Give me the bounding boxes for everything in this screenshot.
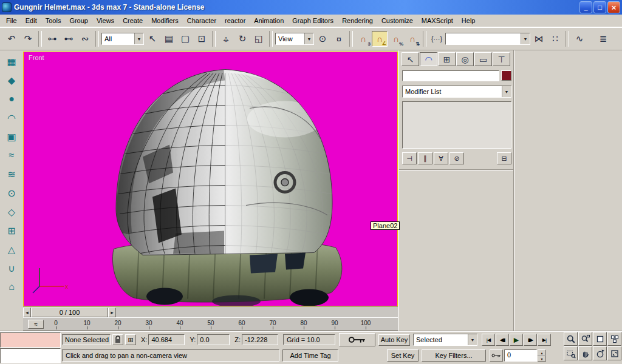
time-slider-track[interactable]: ◂ 0 / 100 ▸ [23,306,398,317]
absolute-offset-toggle[interactable]: ⊞ [125,334,136,345]
menu-item-create[interactable]: Create [118,16,147,25]
snap-toggle-3d-button[interactable]: ∩3 [355,31,371,47]
layer-manager-button[interactable]: ≣ [595,31,611,47]
close-button[interactable]: × [607,1,620,13]
viewport-front[interactable]: Front [23,52,398,306]
menu-item-reactor[interactable]: reactor [220,16,250,25]
motor-icon[interactable]: ⊞ [2,223,21,238]
spinner-down-button[interactable]: ▾ [538,356,546,362]
toy-car-icon[interactable]: ⊙ [2,185,21,201]
key-mode-dropdown[interactable]: Selected ▼ [413,334,477,346]
helmet-model[interactable] [24,52,397,306]
current-frame-field[interactable]: 0 [504,349,537,362]
percent-snap-toggle-button[interactable]: ∩% [388,31,404,47]
dropdown-arrow-icon[interactable]: ▼ [134,33,143,44]
menu-item-file[interactable]: File [2,16,21,25]
water-space-warp-icon[interactable]: ≈ [2,147,21,163]
window-crossing-toggle[interactable]: ⊡ [194,31,210,47]
object-color-swatch[interactable] [501,70,511,81]
redo-button[interactable]: ↷ [20,31,36,47]
bind-to-space-warp-button[interactable]: ∾ [77,31,93,47]
select-and-scale-button[interactable]: ◱ [251,31,267,47]
go-to-end-button[interactable]: ▶| [538,334,551,346]
rigid-body-collection-icon[interactable]: ▦ [2,53,21,69]
zoom-all-button[interactable] [578,332,592,346]
tab-create[interactable]: ↖ [402,52,419,66]
deforming-mesh-icon[interactable]: ▣ [2,129,21,144]
go-to-start-button[interactable]: |◀ [482,334,495,346]
add-time-tag[interactable]: Add Time Tag [282,349,338,362]
object-name-field[interactable] [402,70,499,81]
maxscript-mini-listener-macro-row[interactable] [0,332,61,348]
viewport-label[interactable]: Front [29,54,44,61]
menu-item-character[interactable]: Character [183,16,220,25]
menu-item-rendering[interactable]: Rendering [338,16,377,25]
previous-frame-button[interactable]: ◀▮ [496,334,509,346]
key-mode-toggle[interactable] [490,349,503,362]
modifier-list-dropdown[interactable]: Modifier List ▼ [402,86,511,98]
spinner-snap-toggle-button[interactable]: ∩⇅ [405,31,420,47]
select-object-button[interactable]: ↖ [145,31,160,47]
select-and-link-button[interactable]: ⊶ [44,31,60,47]
spring-icon[interactable]: ∪ [2,260,21,276]
reference-coordinate-system-dropdown[interactable]: View ▼ [275,33,314,45]
tab-utilities[interactable]: ⊤ [493,52,510,66]
menu-item-group[interactable]: Group [65,16,92,25]
minimize-button[interactable]: _ [579,1,592,13]
tab-modify[interactable]: ◠ [420,52,437,66]
time-slider-next-arrow[interactable]: ▸ [108,308,116,317]
set-keys-button[interactable] [339,333,375,346]
show-end-result-button[interactable]: ∥ [418,152,432,164]
menu-item-customize[interactable]: Customize [377,16,417,25]
menu-item-views[interactable]: Views [92,16,118,25]
use-center-flyout-button[interactable]: ⊙ [315,31,330,47]
undo-button[interactable]: ↶ [4,31,19,47]
rectangular-selection-region-button[interactable]: ▢ [177,31,193,47]
menu-item-modifiers[interactable]: Modifiers [147,16,183,25]
menu-item-maxscript[interactable]: MAXScript [417,16,457,25]
menu-item-tools[interactable]: Tools [41,16,66,25]
menu-item-graph-editors[interactable]: Graph Editors [288,16,338,25]
configure-modifier-sets-button[interactable]: ⊟ [497,152,511,164]
zoom-extents-button[interactable] [593,332,607,346]
zoom-extents-all-button[interactable] [607,332,621,346]
fracture-icon[interactable]: ◇ [2,204,21,220]
maximize-button[interactable]: □ [593,1,606,13]
set-key-button[interactable]: Set Key [387,349,419,362]
time-slider[interactable]: 0 / 100 [31,308,108,317]
menu-item-help[interactable]: Help [457,16,480,25]
rope-collection-icon[interactable]: ◠ [2,110,21,126]
soft-body-collection-icon[interactable]: ● [2,91,21,107]
plane-primitive-icon[interactable]: △ [2,241,21,257]
pin-stack-button[interactable]: ⊣ [402,152,417,164]
dropdown-arrow-icon[interactable]: ▼ [521,33,530,44]
region-zoom-button[interactable] [564,346,578,360]
spinner-up-button[interactable]: ▴ [538,349,546,356]
open-mini-curve-editor-button[interactable]: ≈ [28,320,44,329]
select-and-move-button[interactable]: ↔↕ [218,31,234,47]
cloth-collection-icon[interactable]: ◆ [2,72,21,88]
time-slider-prev-arrow[interactable]: ◂ [23,308,31,317]
curve-editor-button[interactable]: ∿ [572,31,587,47]
y-coord-field[interactable]: 0.0 [197,334,230,345]
next-frame-button[interactable]: ▮▶ [524,334,537,346]
named-selection-sets-dropdown[interactable]: ▼ [445,33,530,45]
dropdown-arrow-icon[interactable]: ▼ [468,334,477,345]
select-by-name-button[interactable]: ▤ [161,31,177,47]
make-unique-button[interactable]: ∀ [434,152,448,164]
selection-filter-dropdown[interactable]: All ▼ [101,33,144,45]
preview-animation-icon[interactable]: ⌂ [2,279,21,295]
menu-item-animation[interactable]: Animation [250,16,288,25]
mirror-button[interactable]: ⋈ [531,31,547,47]
dropdown-arrow-icon[interactable]: ▼ [502,86,511,97]
select-and-manipulate-button[interactable]: ¤ [331,31,347,47]
wind-space-warp-icon[interactable]: ≋ [2,166,21,182]
tab-display[interactable]: ▭ [474,52,492,66]
pan-button[interactable] [578,346,592,360]
maxscript-mini-listener-script-row[interactable] [0,348,61,363]
align-button[interactable]: ∷ [547,31,563,47]
z-coord-field[interactable]: -12.228 [242,334,278,345]
auto-key-button[interactable]: Auto Key [378,334,410,346]
select-and-rotate-button[interactable]: ↻ [234,31,250,47]
key-filters-button[interactable]: Key Filters... [422,349,486,362]
